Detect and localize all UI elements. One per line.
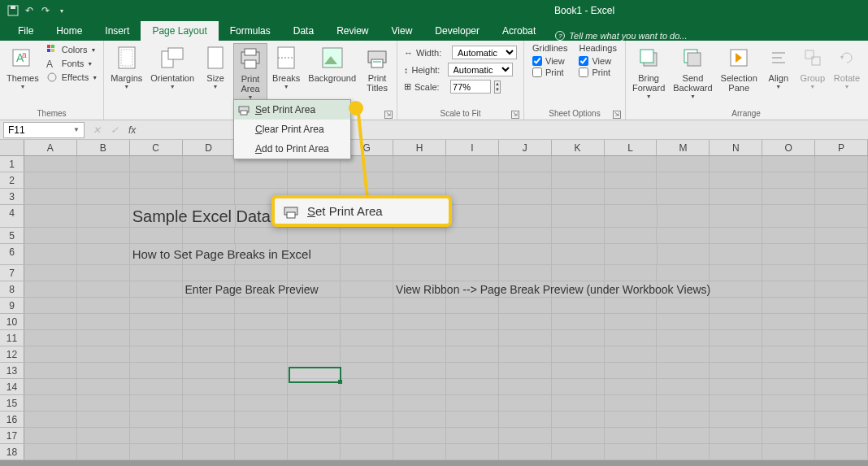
tab-insert[interactable]: Insert	[93, 21, 141, 41]
cell[interactable]	[499, 395, 552, 411]
cell[interactable]	[762, 189, 815, 204]
cell[interactable]	[130, 314, 183, 329]
cell[interactable]	[130, 412, 183, 427]
row-header[interactable]: 3	[0, 189, 24, 204]
cell[interactable]	[710, 379, 762, 394]
cell[interactable]	[130, 189, 183, 204]
cell[interactable]	[341, 379, 393, 394]
cell[interactable]	[552, 189, 605, 204]
spreadsheet-grid[interactable]: A B C D E F G H I J K L M N O P 1234Samp…	[0, 140, 868, 460]
cell[interactable]	[605, 444, 658, 459]
cell[interactable]	[657, 444, 710, 459]
tab-acrobat[interactable]: Acrobat	[491, 21, 547, 41]
cell[interactable]	[815, 395, 868, 411]
col-header[interactable]: N	[710, 140, 762, 155]
cell[interactable]	[710, 156, 762, 172]
cell[interactable]	[815, 379, 868, 394]
cell[interactable]	[235, 363, 288, 378]
cell[interactable]	[288, 314, 341, 329]
cell[interactable]	[446, 395, 499, 411]
cell[interactable]	[499, 346, 552, 362]
cell[interactable]	[446, 428, 499, 443]
cell[interactable]	[762, 395, 815, 411]
cell[interactable]	[341, 314, 393, 329]
effects-button[interactable]: Effects ▼	[44, 71, 100, 84]
cell[interactable]	[762, 156, 815, 172]
cell[interactable]	[341, 244, 393, 264]
redo-icon[interactable]: ↷	[39, 4, 52, 17]
cell[interactable]	[552, 412, 605, 427]
cell[interactable]	[710, 395, 762, 411]
cell[interactable]	[762, 298, 815, 313]
cell[interactable]	[288, 379, 341, 394]
cell[interactable]	[183, 189, 236, 204]
cell[interactable]	[710, 330, 762, 346]
cell[interactable]	[24, 265, 77, 281]
cell[interactable]	[341, 346, 393, 362]
cell[interactable]	[552, 428, 605, 443]
cell[interactable]	[235, 395, 288, 411]
cell[interactable]	[710, 346, 762, 362]
cell[interactable]	[77, 395, 130, 411]
row-header[interactable]: 11	[0, 330, 24, 346]
cell[interactable]	[24, 363, 77, 378]
cell[interactable]	[341, 330, 393, 346]
tab-file[interactable]: File	[7, 21, 45, 41]
cell[interactable]	[393, 444, 446, 459]
cell[interactable]	[446, 298, 499, 313]
cell[interactable]	[762, 228, 815, 243]
tab-data[interactable]: Data	[282, 21, 325, 41]
chevron-down-icon[interactable]: ▼	[73, 126, 80, 133]
dialog-launcher-icon[interactable]: ⇲	[384, 111, 393, 119]
cell[interactable]	[24, 428, 77, 443]
clear-print-area-item[interactable]: Clear Print Area	[234, 120, 350, 139]
cell[interactable]	[762, 314, 815, 329]
cell[interactable]	[183, 298, 236, 313]
cell[interactable]	[130, 346, 183, 362]
enter-icon[interactable]: ✓	[106, 124, 124, 136]
cell[interactable]	[499, 314, 552, 329]
cell[interactable]	[341, 228, 393, 243]
cell[interactable]	[499, 189, 552, 204]
cell[interactable]	[605, 363, 658, 378]
dialog-launcher-icon[interactable]: ⇲	[511, 111, 519, 119]
cell[interactable]	[24, 444, 77, 459]
cell[interactable]	[605, 189, 658, 204]
cell[interactable]	[657, 228, 710, 243]
cell[interactable]	[605, 330, 658, 346]
align-button[interactable]: Align▼	[762, 43, 795, 91]
cell[interactable]	[77, 379, 130, 394]
cell[interactable]	[815, 265, 868, 281]
cell[interactable]	[77, 444, 130, 459]
cell[interactable]	[235, 412, 288, 427]
cell[interactable]	[24, 156, 77, 172]
col-header[interactable]: D	[183, 140, 236, 155]
cell[interactable]	[499, 330, 552, 346]
cell[interactable]	[710, 444, 762, 459]
cell[interactable]	[710, 298, 762, 313]
cell[interactable]	[815, 172, 868, 188]
cell[interactable]	[552, 314, 605, 329]
row-header[interactable]: 1	[0, 156, 24, 172]
select-all-button[interactable]	[0, 140, 24, 155]
background-button[interactable]: Background	[305, 43, 359, 85]
cell[interactable]	[288, 412, 341, 427]
cell[interactable]	[762, 330, 815, 346]
cell[interactable]	[762, 379, 815, 394]
cell[interactable]	[552, 298, 605, 313]
cell[interactable]	[552, 244, 605, 264]
row-header[interactable]: 14	[0, 379, 24, 394]
cell[interactable]	[499, 244, 552, 264]
cell[interactable]	[393, 412, 446, 427]
cell[interactable]	[24, 330, 77, 346]
cell[interactable]	[657, 428, 710, 443]
cell[interactable]	[552, 363, 605, 378]
cell[interactable]	[77, 346, 130, 362]
cell[interactable]	[605, 205, 658, 227]
cell[interactable]	[552, 346, 605, 362]
cell[interactable]	[657, 412, 710, 427]
cell[interactable]	[446, 379, 499, 394]
col-header[interactable]: K	[552, 140, 605, 155]
cell[interactable]	[393, 228, 446, 243]
cell[interactable]	[288, 265, 341, 281]
